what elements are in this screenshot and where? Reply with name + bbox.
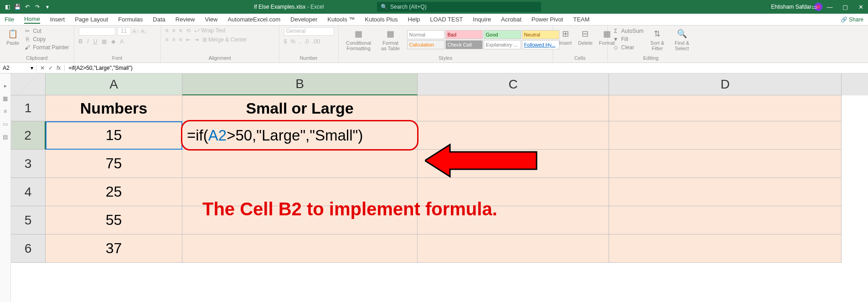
cell-a1[interactable]: Numbers <box>46 95 182 121</box>
insert-cells-button[interactable]: ⊞Insert <box>558 27 574 47</box>
row-header[interactable]: 6 <box>11 234 46 263</box>
cell-d5[interactable] <box>609 206 842 234</box>
cancel-formula-icon[interactable]: ✕ <box>40 65 45 71</box>
currency-icon[interactable]: $ <box>284 38 287 45</box>
conditional-formatting-button[interactable]: ▦Conditional Formatting <box>343 27 374 52</box>
redo-icon[interactable]: ↷ <box>34 3 41 10</box>
style-good[interactable]: Good <box>484 30 521 39</box>
borders-button[interactable]: ▦ <box>102 38 107 45</box>
cell-a6[interactable]: 37 <box>46 234 182 263</box>
col-header-b[interactable]: B <box>182 73 418 95</box>
inc-decimal-icon[interactable]: .0 <box>304 38 309 45</box>
cell-b4[interactable] <box>182 178 418 206</box>
bold-button[interactable]: B <box>79 38 83 45</box>
tab-team[interactable]: TEAM <box>573 16 589 23</box>
gutter-icon[interactable]: ▭ <box>3 121 8 127</box>
merge-center-button[interactable]: ⊞ Merge & Center <box>202 36 247 43</box>
tab-automateexcel[interactable]: AutomateExcel.com <box>227 16 280 23</box>
cell-c1[interactable] <box>418 95 609 121</box>
align-middle-icon[interactable]: ≡ <box>172 27 176 34</box>
enter-formula-icon[interactable]: ✓ <box>48 65 53 71</box>
tab-file[interactable]: File <box>5 16 14 23</box>
find-select-button[interactable]: 🔍Find & Select <box>671 27 693 52</box>
cell-d6[interactable] <box>609 234 842 263</box>
dec-decimal-icon[interactable]: .00 <box>312 38 320 45</box>
style-bad[interactable]: Bad <box>445 30 483 39</box>
align-bottom-icon[interactable]: ≡ <box>179 27 182 34</box>
cell-d2[interactable] <box>609 121 842 150</box>
fx-icon[interactable]: fx <box>57 65 61 71</box>
cut-button[interactable]: ✂Cut <box>24 27 69 35</box>
cell-c2[interactable] <box>418 121 609 150</box>
tab-kutools[interactable]: Kutools ™ <box>327 16 355 23</box>
cell-b1[interactable]: Small or Large <box>182 95 418 121</box>
indent-inc-icon[interactable]: ⇥ <box>194 36 199 43</box>
cell-d1[interactable] <box>609 95 842 121</box>
fill-button[interactable]: ▼Fill <box>612 36 644 43</box>
paste-button[interactable]: 📋 Paste <box>5 27 21 51</box>
cell-styles-gallery[interactable]: Normal Bad Good Neutral Calculation Chec… <box>407 30 559 49</box>
gutter-icon[interactable]: ≡ <box>4 108 7 115</box>
cell-d3[interactable] <box>609 150 842 178</box>
cell-a3[interactable]: 75 <box>46 150 182 178</box>
italic-button[interactable]: I <box>87 38 88 45</box>
minimize-button[interactable]: — <box>825 4 834 10</box>
align-top-icon[interactable]: ≡ <box>165 27 169 34</box>
font-color-button[interactable]: A <box>120 38 124 45</box>
font-size-combo[interactable]: 11 <box>117 27 131 36</box>
gutter-icon[interactable]: ▤ <box>3 134 8 140</box>
tab-kutools-plus[interactable]: Kutools Plus <box>365 16 398 23</box>
row-header[interactable]: 4 <box>11 178 46 206</box>
autosave-icon[interactable]: ◧ <box>4 3 11 10</box>
col-header-a[interactable]: A <box>46 73 182 95</box>
style-normal[interactable]: Normal <box>407 30 444 39</box>
formula-input[interactable]: =if(A2>50,"Large","Small") <box>65 65 868 71</box>
share-button[interactable]: 🔗 Share <box>841 16 863 23</box>
row-header[interactable]: 5 <box>11 206 46 234</box>
orientation-icon[interactable]: ⟲ <box>186 27 191 34</box>
style-explanatory[interactable]: Explanatory ... <box>484 40 521 49</box>
align-left-icon[interactable]: ≡ <box>165 36 169 43</box>
underline-button[interactable]: U <box>93 38 98 45</box>
decrease-font-icon[interactable]: A↓ <box>141 28 147 35</box>
format-as-table-button[interactable]: ▦Format as Table <box>378 27 403 52</box>
tab-page-layout[interactable]: Page Layout <box>75 16 108 23</box>
name-box[interactable]: A2▾ <box>0 65 36 71</box>
col-header-d[interactable]: D <box>609 73 842 95</box>
percent-icon[interactable]: % <box>290 38 295 45</box>
ribbon-mode-icon[interactable]: ▭ <box>810 4 819 10</box>
maximize-button[interactable]: ▢ <box>841 4 850 10</box>
undo-icon[interactable]: ↶ <box>24 3 31 10</box>
gutter-icon[interactable]: ▦ <box>3 95 8 102</box>
tab-load-test[interactable]: LOAD TEST <box>430 16 463 23</box>
row-header[interactable]: 3 <box>11 150 46 178</box>
row-header[interactable]: 2 <box>11 121 46 150</box>
number-format-combo[interactable]: General <box>284 27 334 36</box>
align-center-icon[interactable]: ≡ <box>172 36 176 43</box>
cell-c3[interactable] <box>418 150 609 178</box>
tab-help[interactable]: Help <box>408 16 420 23</box>
cell-b5[interactable] <box>182 206 418 234</box>
font-name-combo[interactable] <box>79 27 115 36</box>
clear-button[interactable]: ◇Clear <box>612 44 644 51</box>
cell-c5[interactable] <box>418 206 609 234</box>
tab-data[interactable]: Data <box>153 16 165 23</box>
delete-cells-button[interactable]: ⊟Delete <box>576 27 594 47</box>
autosum-button[interactable]: ΣAutoSum <box>612 27 644 35</box>
qat-more-icon[interactable]: ▾ <box>44 3 51 10</box>
close-button[interactable]: ✕ <box>856 4 865 10</box>
style-calculation[interactable]: Calculation <box>407 40 444 49</box>
cell-d4[interactable] <box>609 178 842 206</box>
cell-b6[interactable] <box>182 234 418 263</box>
tab-power-pivot[interactable]: Power Pivot <box>532 16 563 23</box>
increase-font-icon[interactable]: A↑ <box>133 28 139 35</box>
select-all-corner[interactable] <box>11 73 46 95</box>
tab-developer[interactable]: Developer <box>290 16 317 23</box>
cell-c6[interactable] <box>418 234 609 263</box>
cell-b3[interactable] <box>182 150 418 178</box>
cell-a4[interactable]: 25 <box>46 178 182 206</box>
tab-review[interactable]: Review <box>176 16 195 23</box>
tab-home[interactable]: Home <box>24 16 40 24</box>
tab-formulas[interactable]: Formulas <box>118 16 143 23</box>
tab-insert[interactable]: Insert <box>50 16 65 23</box>
